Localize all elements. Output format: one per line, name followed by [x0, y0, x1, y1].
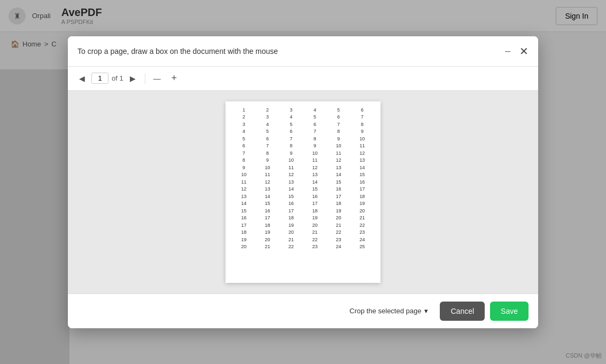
- prev-page-button[interactable]: ◀: [75, 72, 88, 85]
- grid-cell: 19: [327, 208, 350, 215]
- grid-cell: 17: [279, 208, 303, 215]
- grid-cell: 16: [351, 179, 374, 186]
- modal-footer: Crop the selected page ▾ Cancel Save: [68, 294, 538, 328]
- grid-cell: 18: [255, 222, 279, 230]
- grid-cell: 4: [279, 114, 303, 121]
- grid-cell: 4: [303, 107, 327, 114]
- grid-cell: 14: [232, 200, 255, 208]
- grid-cell: 22: [327, 229, 350, 236]
- cancel-button[interactable]: Cancel: [440, 302, 485, 321]
- modal-body: 1234562345673456784567895678910678910117…: [68, 91, 538, 294]
- grid-cell: 7: [303, 128, 327, 136]
- grid-cell: 5: [232, 136, 255, 143]
- grid-cell: 19: [232, 236, 255, 244]
- grid-cell: 18: [351, 193, 374, 201]
- grid-cell: 12: [255, 179, 279, 186]
- crop-modal: To crop a page, draw a box on the docume…: [68, 36, 538, 328]
- grid-cell: 24: [351, 236, 374, 244]
- grid-cell: 22: [279, 243, 303, 251]
- crop-dropdown-label: Crop the selected page: [349, 307, 421, 315]
- grid-cell: 15: [232, 208, 255, 215]
- crop-dropdown-icon: ▾: [424, 307, 428, 315]
- crop-dropdown-button[interactable]: Crop the selected page ▾: [343, 303, 434, 319]
- grid-cell: 21: [279, 236, 303, 244]
- save-button[interactable]: Save: [490, 302, 529, 321]
- grid-cell: 10: [351, 136, 374, 143]
- grid-cell: 10: [279, 157, 303, 164]
- grid-cell: 11: [232, 179, 255, 186]
- grid-cell: 11: [303, 157, 327, 164]
- toolbar-divider: [145, 73, 145, 84]
- grid-cell: 6: [351, 107, 374, 114]
- zoom-in-button[interactable]: +: [167, 71, 182, 86]
- grid-cell: 8: [303, 136, 327, 143]
- grid-cell: 16: [303, 193, 327, 201]
- grid-cell: 22: [351, 222, 374, 230]
- grid-cell: 10: [327, 143, 350, 150]
- next-page-button[interactable]: ▶: [127, 72, 139, 85]
- grid-cell: 2: [255, 107, 279, 114]
- grid-cell: 23: [351, 229, 374, 236]
- grid-cell: 15: [303, 186, 327, 193]
- grid-cell: 11: [351, 143, 374, 150]
- grid-cell: 5: [327, 107, 350, 114]
- grid-cell: 8: [232, 157, 255, 164]
- modal-close-button[interactable]: ✕: [519, 46, 529, 57]
- grid-cell: 6: [279, 128, 303, 136]
- grid-cell: 5: [255, 128, 279, 136]
- grid-cell: 8: [327, 128, 350, 136]
- grid-cell: 21: [351, 215, 374, 222]
- grid-cell: 21: [303, 229, 327, 236]
- grid-cell: 18: [232, 229, 255, 236]
- grid-cell: 14: [255, 193, 279, 201]
- grid-cell: 12: [303, 164, 327, 172]
- grid-cell: 13: [232, 193, 255, 201]
- grid-cell: 20: [303, 222, 327, 230]
- grid-cell: 11: [327, 150, 350, 157]
- grid-cell: 7: [327, 121, 350, 129]
- page-input[interactable]: [91, 73, 108, 84]
- grid-cell: 16: [255, 208, 279, 215]
- grid-cell: 4: [232, 128, 255, 136]
- grid-cell: 20: [279, 229, 303, 236]
- number-grid: 1234562345673456784567895678910678910117…: [232, 107, 374, 251]
- document-page[interactable]: 1234562345673456784567895678910678910117…: [226, 101, 380, 283]
- grid-cell: 13: [279, 179, 303, 186]
- grid-cell: 18: [303, 208, 327, 215]
- grid-cell: 9: [351, 128, 374, 136]
- grid-cell: 14: [351, 164, 374, 172]
- grid-cell: 15: [327, 179, 350, 186]
- grid-cell: 21: [255, 243, 279, 251]
- grid-cell: 6: [232, 143, 255, 150]
- grid-cell: 3: [279, 107, 303, 114]
- grid-cell: 16: [279, 200, 303, 208]
- grid-cell: 9: [232, 164, 255, 172]
- grid-cell: 19: [279, 222, 303, 230]
- grid-cell: 9: [303, 143, 327, 150]
- modal-header: To crop a page, draw a box on the docume…: [68, 36, 538, 67]
- grid-cell: 7: [351, 114, 374, 121]
- grid-cell: 7: [255, 143, 279, 150]
- grid-cell: 13: [351, 157, 374, 164]
- grid-cell: 23: [327, 236, 350, 244]
- grid-cell: 8: [255, 150, 279, 157]
- modal-overlay: To crop a page, draw a box on the docume…: [0, 0, 606, 364]
- grid-cell: 19: [303, 215, 327, 222]
- grid-cell: 20: [232, 243, 255, 251]
- grid-cell: 16: [327, 186, 350, 193]
- grid-cell: 15: [351, 171, 374, 179]
- modal-minimize-button[interactable]: –: [500, 44, 515, 59]
- grid-cell: 6: [327, 114, 350, 121]
- grid-cell: 17: [351, 186, 374, 193]
- zoom-out-button[interactable]: —: [151, 72, 164, 85]
- grid-cell: 3: [232, 121, 255, 129]
- grid-cell: 2: [232, 114, 255, 121]
- grid-cell: 15: [279, 193, 303, 201]
- grid-cell: 19: [255, 229, 279, 236]
- grid-cell: 17: [327, 193, 350, 201]
- grid-cell: 12: [232, 186, 255, 193]
- grid-cell: 1: [232, 107, 255, 114]
- grid-cell: 21: [327, 222, 350, 230]
- grid-cell: 12: [351, 150, 374, 157]
- grid-cell: 18: [327, 200, 350, 208]
